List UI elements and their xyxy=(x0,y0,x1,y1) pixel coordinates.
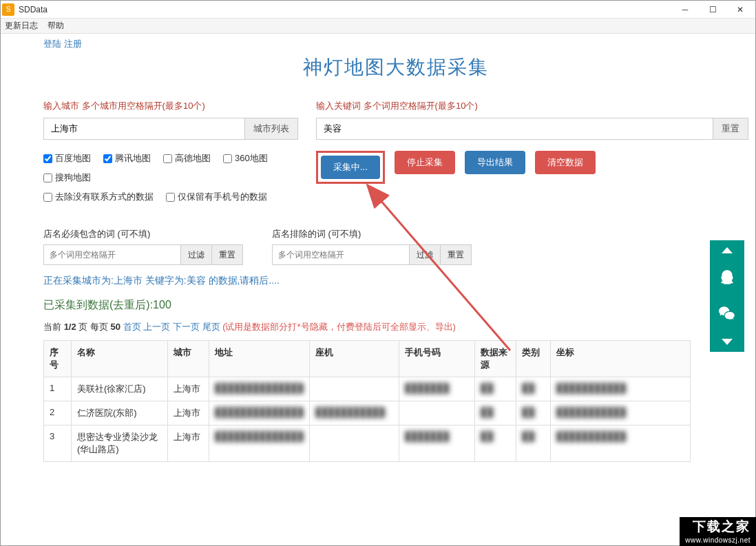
collect-button[interactable]: 采集中... xyxy=(321,156,380,179)
th-idx: 序号 xyxy=(44,341,72,377)
cell-mobile xyxy=(399,401,474,426)
th-addr: 地址 xyxy=(209,341,310,377)
filter-exclude-reset[interactable]: 重置 xyxy=(441,244,472,265)
th-city: 城市 xyxy=(168,341,209,377)
filter-row: 店名必须包含的词 (可不填) 过滤 重置 店名排除的词 (可不填) 过滤 重置 xyxy=(43,228,748,265)
qq-icon[interactable] xyxy=(718,269,736,288)
cell-idx: 2 xyxy=(44,401,72,426)
cb-remove-no-contact[interactable]: 去除没有联系方式的数据 xyxy=(43,191,154,203)
cell-src: ██ xyxy=(474,426,516,462)
cb-baidu-input[interactable] xyxy=(43,154,52,163)
map-checkbox-row2: 搜狗地图 xyxy=(43,171,298,184)
filter-include-filter[interactable]: 过滤 xyxy=(181,244,212,265)
count-line: 已采集到数据(去重后):100 xyxy=(43,298,748,313)
table-row: 1美联社(徐家汇店)上海市███████████████████████████… xyxy=(44,377,691,401)
page-prev[interactable]: 上一页 xyxy=(143,322,170,332)
keyword-col: 输入关键词 多个词用空格隔开(最多10个) 重置 采集中... 停止采集 导出结… xyxy=(316,100,748,210)
cell-name: 仁济医院(东部) xyxy=(72,401,168,426)
city-list-button[interactable]: 城市列表 xyxy=(245,118,298,140)
menubar: 更新日志 帮助 xyxy=(1,19,755,34)
page-home[interactable]: 首页 xyxy=(123,322,141,332)
cb-360[interactable]: 360地图 xyxy=(223,152,268,165)
cell-cat: ██ xyxy=(516,377,550,401)
highlight-box: 采集中... xyxy=(316,151,385,184)
cell-idx: 3 xyxy=(44,426,72,462)
th-src: 数据来源 xyxy=(474,341,516,377)
maximize-button[interactable]: ☐ xyxy=(699,1,726,19)
cb-remove-no-contact-input[interactable] xyxy=(43,193,52,202)
cell-city: 上海市 xyxy=(168,377,209,401)
cb-baidu[interactable]: 百度地图 xyxy=(43,152,91,165)
side-panel xyxy=(710,240,744,352)
filter-exclude-filter[interactable]: 过滤 xyxy=(410,244,441,265)
page-per: 50 xyxy=(111,322,120,332)
minimize-button[interactable]: ─ xyxy=(671,1,699,19)
window-title: SDData xyxy=(19,5,48,14)
th-cat: 类别 xyxy=(516,341,550,377)
page-title: 神灯地图大数据采集 xyxy=(43,54,748,81)
table-row: 2仁济医院(东部)上海市████████████████████████████… xyxy=(44,401,691,426)
keyword-input[interactable] xyxy=(316,118,713,140)
cell-addr: ██████████████ xyxy=(209,426,310,462)
filter-include-input[interactable] xyxy=(43,244,181,265)
filter-exclude-input[interactable] xyxy=(272,244,410,265)
th-phone: 座机 xyxy=(309,341,399,377)
pagination: 当前 1/2 页 每页 50 首页 上一页 下一页 尾页 (试用是数据部分打*号… xyxy=(43,321,748,333)
table-row: 3思密达专业烫染沙龙(华山路店)上海市█████████████████████… xyxy=(44,426,691,462)
cb-tencent-input[interactable] xyxy=(103,154,112,163)
cb-gaode[interactable]: 高德地图 xyxy=(163,152,211,165)
action-buttons: 采集中... 停止采集 导出结果 清空数据 xyxy=(316,151,748,184)
cell-coord: ███████████ xyxy=(550,401,690,426)
cell-city: 上海市 xyxy=(168,426,209,462)
cb-gaode-input[interactable] xyxy=(163,154,172,163)
status-line: 正在采集城市为:上海市 关键字为:美容 的数据,请稍后.... xyxy=(43,275,748,287)
cb-sogou-input[interactable] xyxy=(43,174,52,182)
page-next[interactable]: 下一页 xyxy=(173,322,200,332)
th-mobile: 手机号码 xyxy=(399,341,474,377)
content-scroll[interactable]: 登陆 注册 神灯地图大数据采集 输入城市 多个城市用空格隔开(最多10个) 城市… xyxy=(1,34,755,545)
filter-include-reset[interactable]: 重置 xyxy=(212,244,243,265)
app-icon: S xyxy=(2,3,14,16)
cb-keep-mobile-input[interactable] xyxy=(166,193,175,202)
page-last[interactable]: 尾页 xyxy=(202,322,220,332)
clear-button[interactable]: 清空数据 xyxy=(535,151,596,174)
side-down-icon[interactable] xyxy=(722,339,733,345)
stop-button[interactable]: 停止采集 xyxy=(395,151,455,174)
side-up-icon[interactable] xyxy=(722,247,733,253)
cell-city: 上海市 xyxy=(168,401,209,426)
cell-src: ██ xyxy=(474,401,516,426)
auth-links: 登陆 注册 xyxy=(43,38,748,50)
cell-cat: ██ xyxy=(516,401,550,426)
cell-phone xyxy=(309,377,399,401)
cell-src: ██ xyxy=(474,377,516,401)
watermark: 下载之家 www.windowszj.net xyxy=(680,517,756,546)
table-body: 1美联社(徐家汇店)上海市███████████████████████████… xyxy=(44,377,691,462)
keyword-label: 输入关键词 多个词用空格隔开(最多10个) xyxy=(316,100,748,112)
filter-exclude: 店名排除的词 (可不填) 过滤 重置 xyxy=(272,228,472,265)
cb-360-input[interactable] xyxy=(223,154,232,163)
th-name: 名称 xyxy=(72,341,168,377)
close-button[interactable]: ✕ xyxy=(726,1,754,19)
cell-addr: ██████████████ xyxy=(209,377,310,401)
keyword-reset-button[interactable]: 重置 xyxy=(713,118,748,140)
cb-sogou[interactable]: 搜狗地图 xyxy=(43,171,91,184)
cb-keep-mobile[interactable]: 仅保留有手机号的数据 xyxy=(166,191,267,203)
window-controls: ─ ☐ ✕ xyxy=(671,1,754,19)
register-link[interactable]: 注册 xyxy=(64,39,82,49)
content-area: 登陆 注册 神灯地图大数据采集 输入城市 多个城市用空格隔开(最多10个) 城市… xyxy=(1,34,755,545)
data-table: 序号 名称 城市 地址 座机 手机号码 数据来源 类别 坐标 1美联社(徐家汇店… xyxy=(43,340,691,462)
table-header-row: 序号 名称 城市 地址 座机 手机号码 数据来源 类别 坐标 xyxy=(44,341,691,377)
cell-mobile: ███████ xyxy=(399,426,474,462)
login-link[interactable]: 登陆 xyxy=(43,39,61,49)
export-button[interactable]: 导出结果 xyxy=(465,151,525,174)
titlebar: S SDData ─ ☐ ✕ xyxy=(1,1,755,19)
city-input[interactable] xyxy=(43,118,245,140)
menu-update-log[interactable]: 更新日志 xyxy=(5,20,38,32)
cell-name: 美联社(徐家汇店) xyxy=(72,377,168,401)
filter-exclude-label: 店名排除的词 (可不填) xyxy=(272,228,472,240)
cb-tencent[interactable]: 腾讯地图 xyxy=(103,152,151,165)
wechat-icon[interactable] xyxy=(718,304,736,324)
menu-help[interactable]: 帮助 xyxy=(48,20,64,32)
cell-coord: ███████████ xyxy=(550,426,690,462)
cell-addr: ██████████████ xyxy=(209,401,310,426)
